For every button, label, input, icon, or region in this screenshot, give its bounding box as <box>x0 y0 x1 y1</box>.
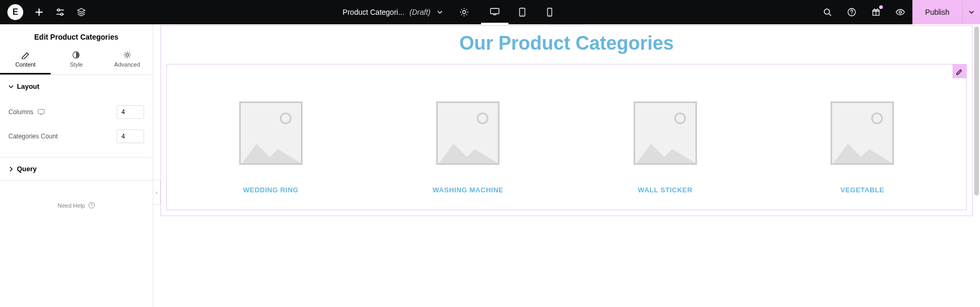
device-switcher <box>481 0 563 24</box>
section-layout-header[interactable]: Layout <box>0 75 153 98</box>
preview-icon[interactable] <box>888 0 912 24</box>
section-query-title: Query <box>17 165 37 173</box>
caret-right-icon <box>8 166 14 172</box>
sidebar-header: Edit Product Categories <box>0 24 153 46</box>
svg-rect-15 <box>38 109 44 114</box>
svg-point-2 <box>463 11 466 14</box>
category-item[interactable]: WEDDING RING <box>184 86 357 194</box>
columns-label: Columns <box>8 108 33 116</box>
need-help-label: Need Help <box>58 202 85 209</box>
chevron-down-icon[interactable] <box>437 10 443 14</box>
device-tablet[interactable] <box>508 0 536 24</box>
canvas[interactable]: Our Product Categories WEDDING RING <box>153 24 980 307</box>
product-categories-widget[interactable]: WEDDING RING WASHING MACHINE WALL STICKE… <box>166 64 967 210</box>
placeholder-image <box>239 101 303 165</box>
sidebar: Edit Product Categories Content Style Ad… <box>0 24 153 307</box>
draft-label: (Draft) <box>410 8 431 16</box>
section-heading[interactable]: Our Product Categories <box>161 26 972 59</box>
category-item[interactable]: VEGETABLE <box>776 86 949 194</box>
tab-style[interactable]: Style <box>51 46 101 75</box>
help-icon[interactable] <box>840 0 864 24</box>
layers-icon[interactable] <box>71 0 92 24</box>
placeholder-image <box>831 101 894 165</box>
category-title: WEDDING RING <box>184 186 357 194</box>
svg-point-14 <box>126 54 128 57</box>
category-title: WALL STICKER <box>578 186 752 194</box>
section-query-header[interactable]: Query <box>0 157 153 181</box>
edit-widget-icon[interactable] <box>953 64 966 78</box>
category-item[interactable]: WASHING MACHINE <box>381 86 555 194</box>
settings-sliders-icon[interactable] <box>50 0 71 24</box>
tab-style-label: Style <box>70 61 82 68</box>
svg-point-5 <box>522 14 523 15</box>
search-icon[interactable] <box>815 0 840 24</box>
caret-down-icon <box>8 84 14 89</box>
svg-point-17 <box>91 207 92 207</box>
gift-icon[interactable] <box>864 0 888 24</box>
sidebar-tabs: Content Style Advanced <box>0 46 153 75</box>
section-layout-title: Layout <box>17 82 40 90</box>
responsive-icon[interactable] <box>37 109 45 115</box>
svg-point-0 <box>58 9 60 11</box>
device-desktop[interactable] <box>481 0 508 24</box>
columns-input[interactable] <box>117 105 144 119</box>
category-item[interactable]: WALL STICKER <box>578 86 752 194</box>
topbar: E Product Categori... (Draft) <box>0 0 980 24</box>
main: Edit Product Categories Content Style Ad… <box>0 24 980 307</box>
svg-point-1 <box>61 13 63 15</box>
tab-advanced-label: Advanced <box>114 61 140 68</box>
svg-rect-3 <box>491 8 499 14</box>
page-settings-icon[interactable] <box>454 0 475 24</box>
placeholder-image <box>436 101 500 165</box>
svg-point-12 <box>899 11 901 13</box>
document-title-wrap[interactable]: Product Categori... (Draft) <box>343 8 446 16</box>
category-title: WASHING MACHINE <box>381 186 555 194</box>
section-wrapper[interactable]: Our Product Categories WEDDING RING <box>161 25 973 216</box>
publish-button[interactable]: Publish <box>912 0 962 24</box>
publish-label: Publish <box>925 8 949 16</box>
placeholder-image <box>634 101 697 165</box>
svg-point-8 <box>824 9 830 14</box>
add-button[interactable] <box>29 0 50 24</box>
tab-content-label: Content <box>15 61 36 68</box>
categories-count-input[interactable] <box>117 129 144 143</box>
elementor-logo[interactable]: E <box>7 4 23 20</box>
section-layout-body: Columns Categories Count <box>0 98 153 157</box>
publish-dropdown[interactable] <box>962 0 980 24</box>
collapse-sidebar-handle[interactable]: ‹ <box>153 180 161 205</box>
notification-dot <box>879 5 883 9</box>
document-title: Product Categori... <box>343 8 404 16</box>
svg-point-7 <box>550 14 550 15</box>
tab-advanced[interactable]: Advanced <box>102 46 153 75</box>
category-title: VEGETABLE <box>776 186 949 194</box>
categories-count-label: Categories Count <box>8 133 58 140</box>
section-handle <box>549 24 585 25</box>
tab-content[interactable]: Content <box>0 46 51 75</box>
need-help-link[interactable]: Need Help <box>0 181 153 230</box>
svg-point-10 <box>851 14 852 14</box>
device-mobile[interactable] <box>536 0 563 24</box>
